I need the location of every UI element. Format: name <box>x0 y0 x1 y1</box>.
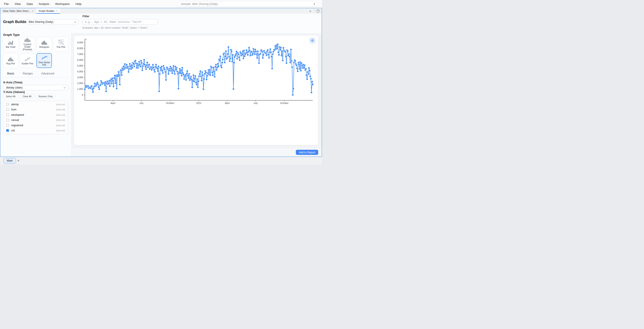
add-to-report-button[interactable]: Add to Report <box>296 150 318 155</box>
y-axis-field-list: atemp (interval) hum (interval) windspee… <box>3 101 68 134</box>
svg-text:6,000: 6,000 <box>77 58 83 61</box>
field-row-atemp[interactable]: atemp (interval) <box>3 102 68 107</box>
add-tab-button[interactable]: + <box>306 9 314 13</box>
graph-type-bar-chart[interactable]: Bar Chart <box>3 37 18 51</box>
chevron-down-icon <box>64 86 66 88</box>
checkbox-cnt[interactable] <box>6 129 9 132</box>
document-tab-bar: Data Table: Bike Shari... × Graph Builde… <box>0 8 322 14</box>
close-icon[interactable]: × <box>32 9 33 12</box>
svg-text:8,000: 8,000 <box>77 47 83 50</box>
sample-dataset-value: Sample: Bike Sharing (Daily) <box>181 2 313 5</box>
y-axis-label: Y-Axis (Values) <box>3 90 25 94</box>
field-row-windspeed[interactable]: windspeed (interval) <box>3 112 68 118</box>
tab-graph-builder[interactable]: Graph Builder × <box>36 8 60 14</box>
svg-text:5,000: 5,000 <box>77 64 83 67</box>
column-divider <box>71 33 72 156</box>
field-row-casual[interactable]: casual (interval) <box>3 118 68 123</box>
chevron-down-icon: ▼ <box>313 3 315 5</box>
svg-text:9,000: 9,000 <box>77 41 83 44</box>
sample-dataset-selector[interactable]: Sample: Bike Sharing (Daily) ▼ <box>177 1 318 7</box>
checkbox-windspeed[interactable] <box>6 114 9 116</box>
panel-tab-advanced[interactable]: Advanced <box>41 72 54 75</box>
numeric-only-button[interactable]: Numeric Only <box>36 94 56 98</box>
panel-tabs-divider <box>2 77 69 77</box>
graph-type-time-series-plot[interactable]: Time Series Plot <box>36 53 52 68</box>
checkbox-registered[interactable] <box>6 124 9 127</box>
select-all-button[interactable]: Select All <box>3 94 18 98</box>
graph-type-grid: Bar Chart Custom Graph (Preview) Histogr… <box>3 37 69 68</box>
pan-tool-container <box>309 37 316 44</box>
checkbox-atemp[interactable] <box>6 103 9 106</box>
menu-items: FileViewDataAnalysisWorkspaceHelp <box>4 0 82 8</box>
timeseries-plot: 01,0002,0003,0004,0005,0006,0007,0008,00… <box>74 35 318 145</box>
footer-bar: Add to Report <box>72 148 322 156</box>
filter-input[interactable] <box>82 19 158 24</box>
panel-tab-ranges[interactable]: Ranges <box>23 72 33 75</box>
panel-tabs: BasicRangesAdvanced <box>3 72 54 75</box>
graph-type-scatter-plot[interactable]: Scatter Plot <box>20 53 35 68</box>
svg-text:3,000: 3,000 <box>77 76 83 79</box>
pair-plot-icon <box>58 39 64 45</box>
histogram-icon <box>41 39 48 45</box>
filter-label: Filter <box>82 15 90 18</box>
graph-type-pair-plot[interactable]: Pair Plot <box>53 37 69 51</box>
svg-text:4,000: 4,000 <box>77 70 83 73</box>
chevron-down-icon <box>74 20 76 22</box>
graph-builder-content: Graph Builder Bike Sharing (Daily) Filte… <box>0 14 322 156</box>
svg-text:July: July <box>139 102 144 104</box>
svg-text:April: April <box>111 102 116 104</box>
svg-text:7,000: 7,000 <box>77 53 83 55</box>
checkbox-hum[interactable] <box>6 108 9 111</box>
rug-plot-icon <box>8 56 14 61</box>
filter-examples: Examples: Age > 30, Name contains "Smith… <box>82 26 148 29</box>
menu-item-file[interactable]: File <box>4 2 9 5</box>
custom-graph-icon <box>24 37 31 42</box>
help-button[interactable]: ? <box>316 9 320 13</box>
field-row-registered[interactable]: registered (interval) <box>3 123 68 128</box>
x-axis-select[interactable]: dteday (date) <box>3 85 68 90</box>
svg-text:April: April <box>225 102 230 104</box>
menu-item-view[interactable]: View <box>14 2 21 5</box>
clear-all-button[interactable]: Clear All <box>20 94 34 98</box>
app-window: FileViewDataAnalysisWorkspaceHelp Sample… <box>0 0 322 164</box>
menu-item-analysis[interactable]: Analysis <box>38 2 49 5</box>
graph-type-label: Graph Type <box>3 33 20 36</box>
svg-text:2,000: 2,000 <box>77 82 83 84</box>
workspace-panel: Data Table: Bike Shari... × Graph Builde… <box>0 8 322 157</box>
svg-text:2012: 2012 <box>196 102 202 104</box>
svg-text:October: October <box>280 102 289 104</box>
menu-item-help[interactable]: Help <box>76 2 82 5</box>
menu-item-data[interactable]: Data <box>26 2 33 5</box>
graph-type-rug-plot[interactable]: Rug Plot <box>3 53 18 68</box>
tab-data-table[interactable]: Data Table: Bike Shari... × <box>0 8 36 14</box>
add-sheet-button[interactable]: + <box>16 158 21 163</box>
x-axis-label: X-Axis (Time) <box>3 81 22 84</box>
scatter-plot-icon <box>24 56 31 61</box>
move-icon <box>310 39 314 42</box>
page-title: Graph Builder <box>3 20 28 24</box>
sheet-bar: Main + <box>0 157 322 164</box>
sheet-tab-main[interactable]: Main <box>4 158 16 163</box>
chart-card: 01,0002,0003,0004,0005,0006,0007,0008,00… <box>74 35 318 145</box>
svg-text:1,000: 1,000 <box>77 88 83 90</box>
menu-item-workspace[interactable]: Workspace <box>55 2 70 5</box>
field-row-hum[interactable]: hum (interval) <box>3 107 68 112</box>
graph-type-custom-graph-preview[interactable]: Custom Graph (Preview) <box>20 37 35 51</box>
graph-type-histogram[interactable]: Histogram <box>36 37 52 51</box>
svg-text:October: October <box>166 102 174 104</box>
bar-chart-icon <box>8 39 14 45</box>
y-axis-buttons: Select AllClear AllNumeric Only <box>3 94 56 98</box>
checkbox-casual[interactable] <box>6 119 9 121</box>
pan-tool-button[interactable] <box>310 38 315 43</box>
time-series-icon <box>41 55 48 60</box>
field-row-cnt[interactable]: cnt (interval) <box>3 128 68 133</box>
close-icon[interactable]: × <box>56 9 58 12</box>
menu-bar: FileViewDataAnalysisWorkspaceHelp Sample… <box>0 0 322 8</box>
dataset-select[interactable]: Bike Sharing (Daily) <box>26 19 78 24</box>
svg-text:July: July <box>254 102 258 104</box>
svg-text:0: 0 <box>82 94 83 96</box>
panel-tab-basic[interactable]: Basic <box>7 72 14 75</box>
